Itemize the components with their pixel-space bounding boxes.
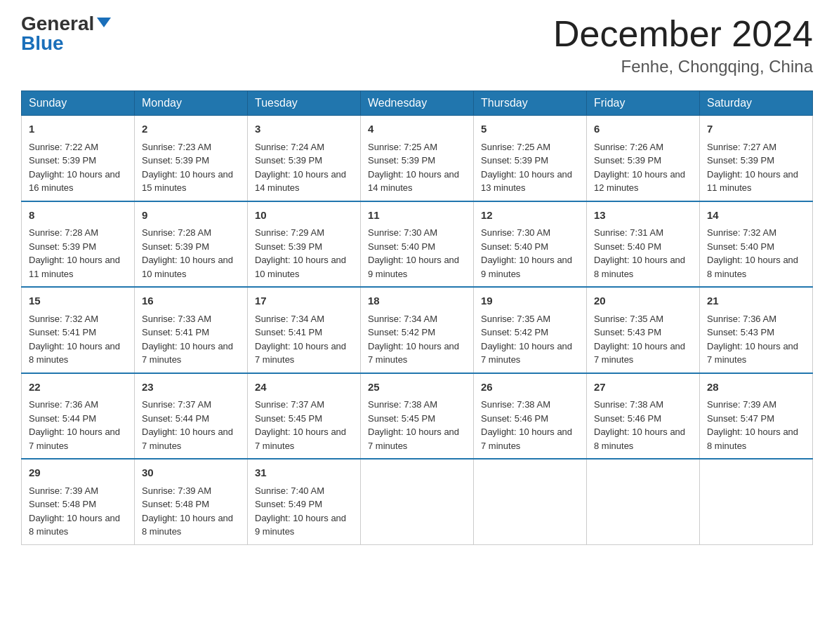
sunset-info: Sunset: 5:42 PM: [368, 327, 435, 337]
sunrise-info: Sunrise: 7:37 AM: [142, 399, 211, 410]
sunset-info: Sunset: 5:39 PM: [142, 155, 209, 166]
daylight-info: Daylight: 10 hours and 7 minutes: [707, 341, 798, 365]
logo-general-text: General: [21, 14, 94, 34]
sunrise-info: Sunrise: 7:26 AM: [594, 142, 663, 152]
sunrise-info: Sunrise: 7:27 AM: [707, 142, 776, 152]
calendar-cell: 18 Sunrise: 7:34 AM Sunset: 5:42 PM Dayl…: [361, 287, 474, 373]
sunrise-info: Sunrise: 7:32 AM: [29, 314, 98, 324]
calendar-cell: 16 Sunrise: 7:33 AM Sunset: 5:41 PM Dayl…: [135, 287, 248, 373]
daylight-info: Daylight: 10 hours and 13 minutes: [481, 169, 572, 194]
sunset-info: Sunset: 5:44 PM: [29, 413, 96, 424]
sunset-info: Sunset: 5:40 PM: [594, 241, 661, 252]
weekday-header-tuesday: Tuesday: [248, 91, 361, 116]
day-number: 23: [142, 380, 240, 396]
daylight-info: Daylight: 10 hours and 14 minutes: [255, 169, 346, 194]
daylight-info: Daylight: 10 hours and 10 minutes: [255, 255, 346, 279]
sunrise-info: Sunrise: 7:30 AM: [481, 227, 550, 238]
sunrise-info: Sunrise: 7:24 AM: [255, 142, 324, 152]
calendar-cell: 10 Sunrise: 7:29 AM Sunset: 5:39 PM Dayl…: [248, 201, 361, 288]
daylight-info: Daylight: 10 hours and 8 minutes: [29, 341, 120, 365]
sunset-info: Sunset: 5:39 PM: [29, 155, 96, 166]
sunset-info: Sunset: 5:42 PM: [481, 327, 548, 337]
daylight-info: Daylight: 10 hours and 9 minutes: [368, 255, 459, 279]
daylight-info: Daylight: 10 hours and 7 minutes: [142, 341, 233, 365]
sunrise-info: Sunrise: 7:36 AM: [29, 399, 98, 410]
calendar-cell: 29 Sunrise: 7:39 AM Sunset: 5:48 PM Dayl…: [22, 459, 135, 544]
calendar-cell: 28 Sunrise: 7:39 AM Sunset: 5:47 PM Dayl…: [700, 373, 813, 459]
sunset-info: Sunset: 5:39 PM: [594, 155, 661, 166]
day-number: 8: [29, 208, 127, 224]
daylight-info: Daylight: 10 hours and 11 minutes: [707, 169, 798, 194]
daylight-info: Daylight: 10 hours and 10 minutes: [142, 255, 233, 279]
calendar-cell: 14 Sunrise: 7:32 AM Sunset: 5:40 PM Dayl…: [700, 201, 813, 288]
sunset-info: Sunset: 5:46 PM: [594, 413, 661, 424]
week-row-3: 15 Sunrise: 7:32 AM Sunset: 5:41 PM Dayl…: [22, 287, 813, 373]
sunrise-info: Sunrise: 7:39 AM: [29, 485, 98, 496]
calendar-cell: 20 Sunrise: 7:35 AM Sunset: 5:43 PM Dayl…: [587, 287, 700, 373]
day-number: 18: [368, 293, 466, 309]
sunrise-info: Sunrise: 7:31 AM: [594, 227, 663, 238]
sunset-info: Sunset: 5:47 PM: [707, 413, 774, 424]
logo: General Blue: [21, 14, 111, 53]
day-number: 7: [707, 121, 805, 137]
calendar-cell: 8 Sunrise: 7:28 AM Sunset: 5:39 PM Dayli…: [22, 201, 135, 288]
sunset-info: Sunset: 5:39 PM: [481, 155, 548, 166]
calendar-cell: 7 Sunrise: 7:27 AM Sunset: 5:39 PM Dayli…: [700, 116, 813, 201]
sunset-info: Sunset: 5:49 PM: [255, 499, 322, 509]
sunrise-info: Sunrise: 7:30 AM: [368, 227, 437, 238]
month-title: December 2024: [553, 14, 813, 54]
sunset-info: Sunset: 5:41 PM: [255, 327, 322, 337]
page-header: General Blue December 2024 Fenhe, Chongq…: [21, 14, 813, 76]
sunrise-info: Sunrise: 7:40 AM: [255, 485, 324, 496]
calendar-cell: 12 Sunrise: 7:30 AM Sunset: 5:40 PM Dayl…: [474, 201, 587, 288]
logo-triangle-icon: [97, 18, 111, 27]
daylight-info: Daylight: 10 hours and 7 minutes: [481, 341, 572, 365]
daylight-info: Daylight: 10 hours and 8 minutes: [707, 255, 798, 279]
sunset-info: Sunset: 5:39 PM: [707, 155, 774, 166]
day-number: 16: [142, 293, 240, 309]
calendar-cell: 17 Sunrise: 7:34 AM Sunset: 5:41 PM Dayl…: [248, 287, 361, 373]
day-number: 24: [255, 380, 353, 396]
weekday-header-sunday: Sunday: [22, 91, 135, 116]
sunrise-info: Sunrise: 7:32 AM: [707, 227, 776, 238]
day-number: 21: [707, 293, 805, 309]
calendar-cell: 11 Sunrise: 7:30 AM Sunset: 5:40 PM Dayl…: [361, 201, 474, 288]
day-number: 1: [29, 121, 127, 137]
daylight-info: Daylight: 10 hours and 15 minutes: [142, 169, 233, 194]
sunrise-info: Sunrise: 7:38 AM: [594, 399, 663, 410]
day-number: 27: [594, 380, 692, 396]
title-block: December 2024 Fenhe, Chongqing, China: [553, 14, 813, 76]
weekday-header-friday: Friday: [587, 91, 700, 116]
sunrise-info: Sunrise: 7:38 AM: [368, 399, 437, 410]
sunrise-info: Sunrise: 7:33 AM: [142, 314, 211, 324]
sunrise-info: Sunrise: 7:22 AM: [29, 142, 98, 152]
sunrise-info: Sunrise: 7:29 AM: [255, 227, 324, 238]
week-row-4: 22 Sunrise: 7:36 AM Sunset: 5:44 PM Dayl…: [22, 373, 813, 459]
calendar-cell: 2 Sunrise: 7:23 AM Sunset: 5:39 PM Dayli…: [135, 116, 248, 201]
calendar-cell: [474, 459, 587, 544]
calendar-cell: 4 Sunrise: 7:25 AM Sunset: 5:39 PM Dayli…: [361, 116, 474, 201]
sunset-info: Sunset: 5:39 PM: [255, 155, 322, 166]
week-row-5: 29 Sunrise: 7:39 AM Sunset: 5:48 PM Dayl…: [22, 459, 813, 544]
day-number: 2: [142, 121, 240, 137]
daylight-info: Daylight: 10 hours and 8 minutes: [707, 427, 798, 451]
weekday-header-row: SundayMondayTuesdayWednesdayThursdayFrid…: [22, 91, 813, 116]
sunrise-info: Sunrise: 7:36 AM: [707, 314, 776, 324]
sunset-info: Sunset: 5:39 PM: [29, 241, 96, 252]
sunrise-info: Sunrise: 7:28 AM: [29, 227, 98, 238]
sunrise-info: Sunrise: 7:39 AM: [707, 399, 776, 410]
location-title: Fenhe, Chongqing, China: [553, 57, 813, 76]
daylight-info: Daylight: 10 hours and 7 minutes: [142, 427, 233, 451]
day-number: 10: [255, 208, 353, 224]
sunrise-info: Sunrise: 7:39 AM: [142, 485, 211, 496]
daylight-info: Daylight: 10 hours and 7 minutes: [255, 341, 346, 365]
daylight-info: Daylight: 10 hours and 12 minutes: [594, 169, 685, 194]
sunrise-info: Sunrise: 7:23 AM: [142, 142, 211, 152]
daylight-info: Daylight: 10 hours and 9 minutes: [481, 255, 572, 279]
calendar-cell: 22 Sunrise: 7:36 AM Sunset: 5:44 PM Dayl…: [22, 373, 135, 459]
calendar-cell: [700, 459, 813, 544]
day-number: 15: [29, 293, 127, 309]
daylight-info: Daylight: 10 hours and 7 minutes: [368, 341, 459, 365]
calendar-cell: 15 Sunrise: 7:32 AM Sunset: 5:41 PM Dayl…: [22, 287, 135, 373]
day-number: 29: [29, 465, 127, 481]
